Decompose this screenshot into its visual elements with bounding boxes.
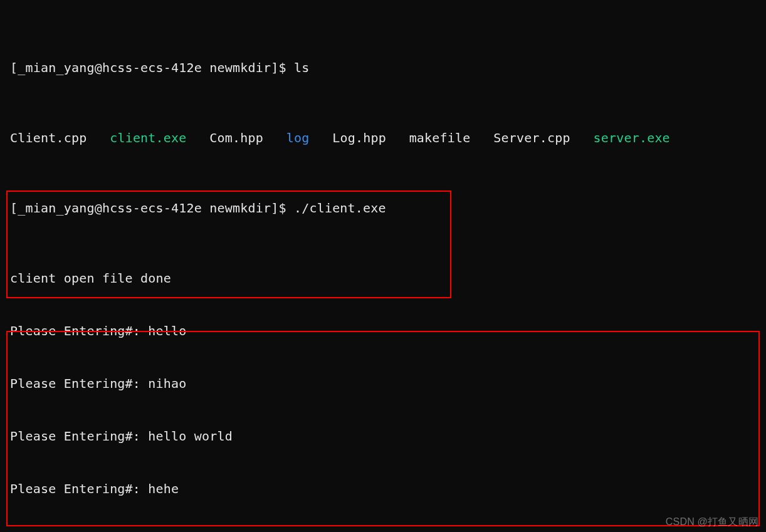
file-server-cpp: Server.cpp: [493, 130, 570, 145]
dir-log: log: [286, 130, 310, 145]
file-com-hpp: Com.hpp: [209, 130, 263, 145]
ls-output: Client.cpp client.exe Com.hpp log Log.hp…: [10, 129, 763, 147]
terminal-line: [_mian_yang@hcss-ecs-412e newmkdir]$ ls: [10, 59, 763, 76]
watermark: CSDN @打鱼又晒网: [666, 513, 758, 531]
cmd-ls: ls: [294, 60, 309, 75]
file-log-hpp: Log.hpp: [332, 130, 386, 145]
file-makefile: makefile: [409, 130, 471, 145]
client-input-4: Please Entering#: hehe: [10, 480, 763, 498]
prompt: [_mian_yang@hcss-ecs-412e newmkdir]$: [10, 201, 294, 216]
prompt: [_mian_yang@hcss-ecs-412e newmkdir]$: [10, 60, 294, 75]
client-open: client open file done: [10, 269, 763, 287]
cmd-run-client: ./client.exe: [294, 201, 386, 216]
file-client-cpp: Client.cpp: [10, 130, 87, 145]
client-input-3: Please Entering#: hello world: [10, 427, 763, 445]
client-input-2: Please Entering#: nihao: [10, 375, 763, 392]
client-input-1: Please Entering#: hello: [10, 322, 763, 340]
file-client-exe: client.exe: [110, 130, 186, 145]
file-server-exe: server.exe: [593, 130, 669, 145]
terminal-window[interactable]: [_mian_yang@hcss-ecs-412e newmkdir]$ ls …: [0, 0, 766, 532]
terminal-line: [_mian_yang@hcss-ecs-412e newmkdir]$ ./c…: [10, 199, 763, 217]
